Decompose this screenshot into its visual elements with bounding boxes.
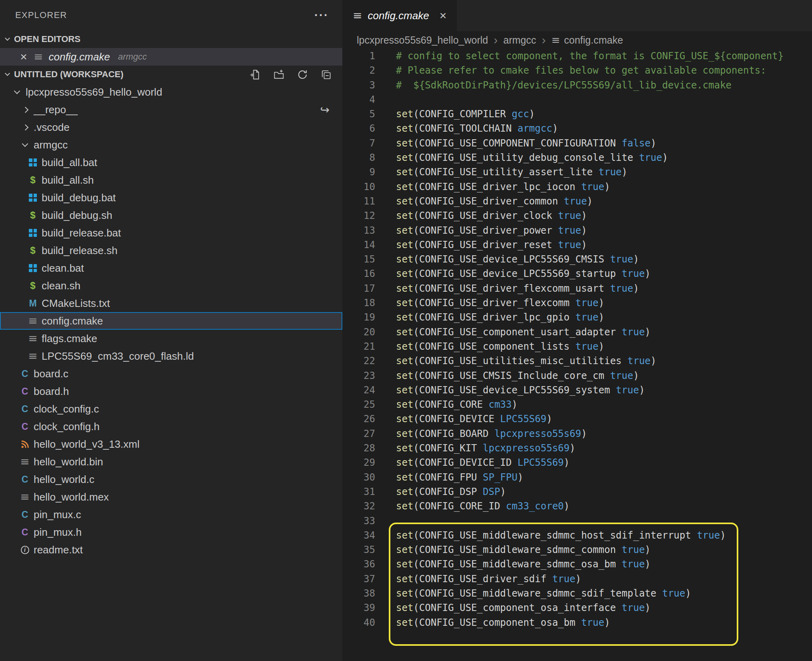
line-text[interactable]: # Please refer to cmake files below to g…: [375, 63, 766, 78]
breadcrumb-item-folder[interactable]: armgcc: [503, 34, 536, 46]
line-number[interactable]: 35: [342, 543, 375, 557]
refresh-button[interactable]: [296, 68, 308, 80]
line-number[interactable]: 38: [342, 586, 375, 601]
line-text[interactable]: set(CONFIG_DSP DSP): [375, 485, 506, 499]
code-editor[interactable]: 1# config to select component, the forma…: [342, 49, 812, 661]
curved-arrow-icon[interactable]: ↪: [320, 103, 330, 116]
line-number[interactable]: 29: [342, 455, 375, 470]
line-number[interactable]: 23: [342, 369, 375, 383]
line-number[interactable]: 37: [342, 572, 375, 586]
tree-file-board.c[interactable]: Cboard.c: [0, 365, 342, 383]
line-text[interactable]: set(CONFIG_FPU SP_FPU): [375, 470, 523, 485]
tree-file-LPC55S69_cm33_core0_flash.ld[interactable]: ≡LPC55S69_cm33_core0_flash.ld: [0, 347, 342, 365]
line-number[interactable]: 32: [342, 499, 375, 513]
line-number[interactable]: 9: [342, 165, 375, 179]
line-number[interactable]: 15: [342, 252, 375, 266]
line-text[interactable]: set(CONFIG_USE_COMPONENT_CONFIGURATION f…: [375, 136, 656, 150]
tree-file-pin_mux.h[interactable]: Cpin_mux.h: [0, 523, 342, 541]
line-number[interactable]: 7: [342, 136, 375, 150]
line-text[interactable]: set(CONFIG_KIT lpcxpresso55s69): [375, 441, 575, 455]
tree-file-build_debug.bat[interactable]: build_debug.bat: [0, 189, 342, 206]
tree-file-flags.cmake[interactable]: ≡flags.cmake: [0, 330, 342, 347]
line-text[interactable]: # config to select component, the format…: [375, 49, 784, 63]
line-text[interactable]: set(CONFIG_BOARD lpcxpresso55s69): [375, 427, 587, 441]
tree-file-build_release.sh[interactable]: $build_release.sh: [0, 242, 342, 259]
close-icon[interactable]: ×: [440, 10, 447, 22]
line-text[interactable]: set(CONFIG_COMPILER gcc): [375, 107, 535, 121]
line-number[interactable]: 36: [342, 557, 375, 571]
line-text[interactable]: set(CONFIG_USE_driver_lpc_gpio true): [375, 310, 604, 324]
tree-file-readme.txt[interactable]: ireadme.txt: [0, 541, 342, 559]
breadcrumb-item-workspace-folder[interactable]: lpcxpresso55s69_hello_world: [357, 34, 488, 46]
line-number[interactable]: 22: [342, 354, 375, 368]
more-actions-button[interactable]: ···: [314, 9, 329, 21]
line-text[interactable]: set(CONFIG_USE_driver_flexcomm_usart tru…: [375, 281, 639, 296]
line-number[interactable]: 26: [342, 412, 375, 426]
tree-file-CMakeLists.txt[interactable]: MCMakeLists.txt: [0, 294, 342, 312]
open-editor-entry[interactable]: × ≡ config.cmake armgcc: [0, 48, 342, 66]
close-icon[interactable]: ×: [18, 51, 29, 63]
line-text[interactable]: set(CONFIG_USE_component_lists true): [375, 339, 604, 354]
tree-file-build_all.bat[interactable]: build_all.bat: [0, 154, 342, 171]
line-text[interactable]: set(CONFIG_TOOLCHAIN armgcc): [375, 121, 558, 136]
line-number[interactable]: 19: [342, 310, 375, 324]
line-number[interactable]: 33: [342, 514, 375, 528]
line-text[interactable]: set(CONFIG_USE_middleware_sdmmc_common t…: [375, 543, 651, 557]
line-number[interactable]: 24: [342, 383, 375, 397]
line-number[interactable]: 10: [342, 180, 375, 194]
line-number[interactable]: 2: [342, 63, 375, 78]
tree-file-clean.bat[interactable]: clean.bat: [0, 259, 342, 277]
line-number[interactable]: 20: [342, 325, 375, 339]
line-text[interactable]: set(CONFIG_USE_driver_reset true): [375, 238, 587, 252]
line-number[interactable]: 12: [342, 208, 375, 223]
line-number[interactable]: 16: [342, 266, 375, 281]
line-text[interactable]: set(CONFIG_CORE_ID cm33_core0): [375, 499, 570, 513]
line-number[interactable]: 4: [342, 92, 375, 107]
tree-file-hello_world.c[interactable]: Chello_world.c: [0, 471, 342, 488]
line-number[interactable]: 40: [342, 615, 375, 630]
line-text[interactable]: set(CONFIG_USE_driver_sdif true): [375, 572, 581, 586]
tree-file-hello_world.bin[interactable]: ≡hello_world.bin: [0, 453, 342, 471]
line-text[interactable]: set(CONFIG_USE_utility_debug_console_lit…: [375, 150, 668, 165]
tree-file-hello_world_v3_13.xml[interactable]: hello_world_v3_13.xml: [0, 435, 342, 453]
tree-folder-lpcxpresso55s69_hello_world[interactable]: lpcxpresso55s69_hello_world: [0, 83, 342, 101]
line-text[interactable]: set(CONFIG_USE_driver_clock true): [375, 208, 587, 223]
line-text[interactable]: set(CONFIG_USE_middleware_sdmmc_osa_bm t…: [375, 557, 651, 571]
tree-file-clean.sh[interactable]: $clean.sh: [0, 277, 342, 294]
tree-file-config.cmake[interactable]: ≡config.cmake: [0, 312, 342, 330]
line-text[interactable]: set(CONFIG_USE_driver_power true): [375, 223, 587, 238]
tree-file-build_release.bat[interactable]: build_release.bat: [0, 224, 342, 242]
line-number[interactable]: 34: [342, 528, 375, 543]
line-number[interactable]: 39: [342, 601, 375, 615]
line-number[interactable]: 30: [342, 470, 375, 485]
tree-file-clock_config.c[interactable]: Cclock_config.c: [0, 400, 342, 418]
tree-folder-.vscode[interactable]: .vscode: [0, 118, 342, 136]
line-text[interactable]: set(CONFIG_CORE cm33): [375, 397, 517, 412]
tab-config-cmake[interactable]: ≡ config.cmake ×: [342, 0, 457, 31]
line-number[interactable]: 31: [342, 485, 375, 499]
line-number[interactable]: 17: [342, 281, 375, 296]
line-number[interactable]: 6: [342, 121, 375, 136]
line-text[interactable]: set(CONFIG_USE_utility_assert_lite true): [375, 165, 627, 179]
new-folder-button[interactable]: [273, 68, 285, 80]
workspace-header[interactable]: UNTITLED (WORKSPACE): [0, 66, 342, 83]
line-number[interactable]: 3: [342, 78, 375, 92]
line-text[interactable]: set(CONFIG_USE_component_usart_adapter t…: [375, 325, 651, 339]
line-text[interactable]: set(CONFIG_USE_driver_lpc_iocon true): [375, 180, 610, 194]
tree-file-hello_world.mex[interactable]: ≡hello_world.mex: [0, 488, 342, 506]
line-number[interactable]: 18: [342, 296, 375, 310]
open-editors-header[interactable]: OPEN EDITORS: [0, 30, 342, 48]
line-number[interactable]: 13: [342, 223, 375, 238]
line-text[interactable]: set(CONFIG_USE_driver_common true): [375, 194, 593, 208]
tree-folder-__repo__[interactable]: __repo__↪: [0, 101, 342, 118]
line-number[interactable]: 28: [342, 441, 375, 455]
line-text[interactable]: set(CONFIG_USE_CMSIS_Include_core_cm tru…: [375, 369, 639, 383]
line-text[interactable]: set(CONFIG_USE_component_osa_bm true): [375, 615, 610, 630]
line-text[interactable]: [375, 92, 396, 107]
line-text[interactable]: set(CONFIG_USE_component_osa_interface t…: [375, 601, 651, 615]
line-number[interactable]: 8: [342, 150, 375, 165]
line-text[interactable]: set(CONFIG_USE_utilities_misc_utilities …: [375, 354, 656, 368]
line-text[interactable]: # ${SdkRootDirPath}/devices/LPC55S69/all…: [375, 78, 732, 92]
new-file-button[interactable]: [249, 68, 261, 80]
line-number[interactable]: 25: [342, 397, 375, 412]
